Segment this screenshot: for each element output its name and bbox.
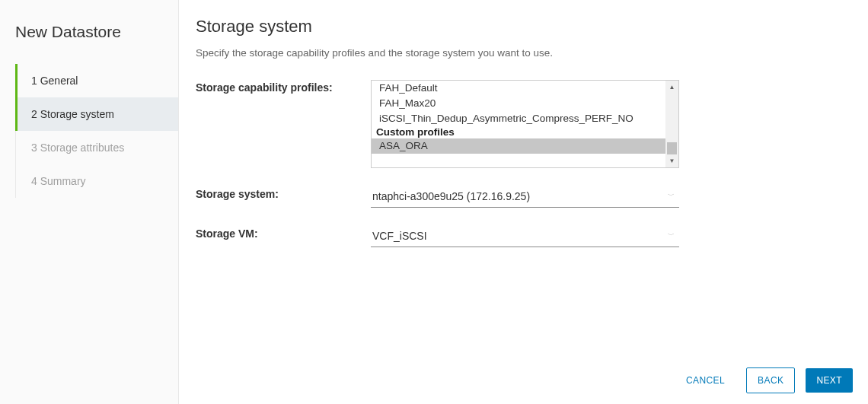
step-storage-attributes: 3 Storage attributes (15, 131, 178, 164)
main-content: Storage system Specify the storage capab… (179, 0, 868, 404)
cancel-button[interactable]: CANCEL (675, 368, 736, 393)
page-subtitle: Specify the storage capability profiles … (196, 47, 853, 59)
next-button[interactable]: NEXT (806, 368, 853, 393)
scroll-down-icon[interactable]: ▼ (665, 154, 678, 167)
storage-system-dropdown[interactable]: ntaphci-a300e9u25 (172.16.9.25) ﹀ (371, 186, 679, 208)
profile-option[interactable]: iSCSI_Thin_Dedup_Asymmetric_Compress_PER… (372, 111, 665, 126)
page-title: Storage system (196, 17, 853, 37)
chevron-down-icon: ﹀ (668, 231, 675, 240)
profile-option[interactable]: FAH_Default (372, 81, 665, 96)
scroll-thumb[interactable] (667, 142, 677, 154)
chevron-down-icon: ﹀ (668, 191, 675, 201)
row-profiles: Storage capability profiles: FAH_Default… (196, 80, 853, 168)
row-storage-vm: Storage VM: VCF_iSCSI ﹀ (196, 226, 853, 247)
step-storage-system[interactable]: 2 Storage system (15, 97, 178, 131)
wizard-title: New Datastore (0, 15, 178, 64)
step-summary: 4 Summary (15, 164, 178, 198)
storage-vm-dropdown[interactable]: VCF_iSCSI ﹀ (371, 226, 679, 247)
profiles-listbox[interactable]: FAH_Default FAH_Max20 iSCSI_Thin_Dedup_A… (371, 80, 679, 168)
storage-system-label: Storage system: (196, 186, 371, 208)
wizard-steps: 1 General 2 Storage system 3 Storage att… (15, 64, 178, 198)
storage-vm-value: VCF_iSCSI (372, 230, 427, 242)
storage-system-value: ntaphci-a300e9u25 (172.16.9.25) (372, 190, 530, 202)
wizard-footer: CANCEL BACK NEXT (675, 367, 853, 393)
back-button[interactable]: BACK (746, 367, 795, 393)
profile-option[interactable]: FAH_Max20 (372, 96, 665, 111)
row-storage-system: Storage system: ntaphci-a300e9u25 (172.1… (196, 186, 853, 208)
profiles-scrollbar[interactable]: ▲ ▼ (665, 81, 678, 167)
scroll-up-icon[interactable]: ▲ (665, 81, 678, 94)
profiles-list: FAH_Default FAH_Max20 iSCSI_Thin_Dedup_A… (372, 81, 665, 167)
profile-option-selected[interactable]: ASA_ORA (372, 138, 665, 154)
profiles-label: Storage capability profiles: (196, 80, 371, 168)
step-general[interactable]: 1 General (15, 64, 178, 97)
storage-vm-label: Storage VM: (196, 226, 371, 247)
profile-group-label: Custom profiles (372, 126, 665, 138)
wizard-sidebar: New Datastore 1 General 2 Storage system… (0, 0, 179, 404)
scroll-track[interactable] (665, 94, 678, 154)
